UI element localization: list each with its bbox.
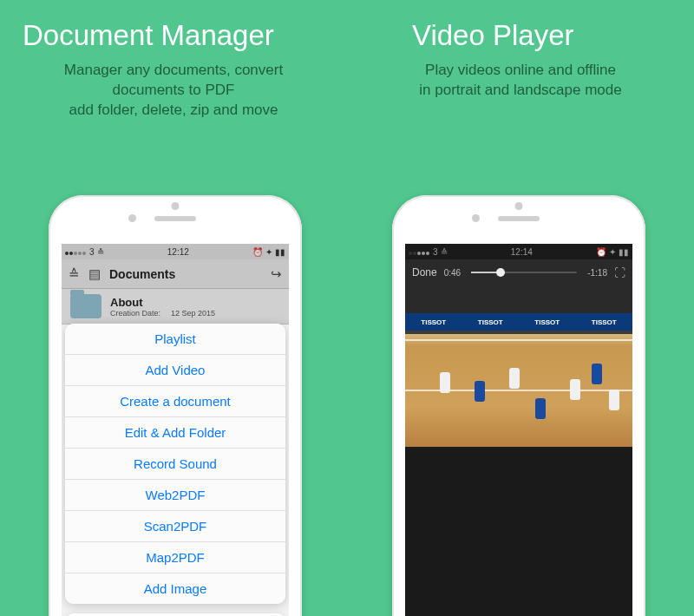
- action-scan2pdf[interactable]: Scan2PDF: [65, 511, 285, 542]
- phone-camera: [128, 214, 136, 222]
- phone-speaker: [154, 216, 196, 221]
- phone-sensor: [515, 202, 523, 210]
- player-figure: [592, 364, 602, 384]
- heading-document-manager: Document Manager: [23, 19, 347, 52]
- time-elapsed: 0:46: [444, 268, 461, 278]
- subtitle-line: documents to PDF: [17, 81, 330, 101]
- heading-video-player: Video Player: [412, 19, 694, 52]
- phone-speaker: [498, 216, 540, 221]
- action-web2pdf[interactable]: Web2PDF: [65, 480, 285, 511]
- ad-text: TISSOT: [478, 318, 503, 326]
- action-edit-add-folder[interactable]: Edit & Add Folder: [65, 417, 285, 449]
- video-top-bar: Done 0:46 -1:18 ⛶: [405, 259, 632, 285]
- court-line: [405, 339, 632, 341]
- video-player: 3 ≙ 12:14 ⏰ ✦ ▮▮ Done 0:46: [405, 244, 632, 616]
- player-figure: [570, 379, 580, 400]
- subtitle-document-manager: Manager any documents, convert documents…: [17, 61, 330, 121]
- action-create-document[interactable]: Create a document: [65, 386, 285, 417]
- signal-dots-icon: [65, 247, 87, 257]
- phone-sensor: [172, 202, 180, 210]
- phone-screen-left: 3 ≙ 12:12 ⏰ ✦ ▮▮ ≙ ▤ Documents ↪: [62, 244, 289, 616]
- player-figure: [475, 381, 485, 402]
- status-time: 12:12: [167, 247, 189, 257]
- action-map2pdf[interactable]: Map2PDF: [65, 542, 285, 573]
- video-frame[interactable]: TISSOT TISSOT TISSOT TISSOT: [405, 285, 632, 447]
- player-figure: [609, 390, 619, 410]
- scrubber[interactable]: [471, 272, 577, 273]
- player-figure: [440, 372, 450, 393]
- action-add-image[interactable]: Add Image: [65, 573, 285, 604]
- status-bar: 3 ≙ 12:12 ⏰ ✦ ▮▮: [62, 244, 289, 259]
- scrubber-thumb-icon[interactable]: [496, 268, 505, 277]
- folder-name: About: [110, 296, 215, 309]
- alarm-icon: ⏰: [596, 247, 606, 257]
- action-add-video[interactable]: Add Video: [65, 355, 285, 386]
- folder-meta-label: Creation Date:: [110, 309, 160, 318]
- share-icon[interactable]: ↪: [271, 266, 282, 282]
- ad-text: TISSOT: [421, 318, 446, 326]
- bluetooth-icon: ✦: [265, 247, 272, 257]
- wifi-icon: ≙: [441, 247, 448, 257]
- folder-row[interactable]: About Creation Date: 12 Sep 2015: [62, 289, 289, 324]
- folder-meta-date: 12 Sep 2015: [171, 309, 215, 318]
- ad-text: TISSOT: [534, 318, 560, 326]
- time-remaining: -1:18: [587, 268, 607, 278]
- battery-icon: ▮▮: [619, 247, 629, 257]
- fullscreen-icon[interactable]: ⛶: [614, 266, 625, 279]
- action-record-sound[interactable]: Record Sound: [65, 449, 285, 480]
- nav-title: Documents: [109, 267, 175, 281]
- phone-screen-right: 3 ≙ 12:14 ⏰ ✦ ▮▮ Done 0:46: [405, 244, 632, 616]
- ad-text: TISSOT: [592, 318, 617, 326]
- crowd-area: [405, 285, 632, 313]
- bluetooth-icon: ✦: [609, 247, 616, 257]
- status-bar: 3 ≙ 12:14 ⏰ ✦ ▮▮: [405, 244, 632, 259]
- nav-bar: ≙ ▤ Documents ↪: [62, 259, 289, 289]
- phone-mockup-left: 3 ≙ 12:12 ⏰ ✦ ▮▮ ≙ ▤ Documents ↪: [49, 195, 302, 616]
- wifi-icon: ≙: [97, 247, 104, 257]
- signal-dots-icon: [409, 247, 430, 257]
- subtitle-line: Play videos online and offline: [364, 61, 677, 81]
- alarm-icon: ⏰: [252, 247, 263, 257]
- subtitle-line: in portrait and landscape mode: [364, 81, 677, 101]
- player-figure: [535, 398, 546, 419]
- carrier-label: 3: [433, 247, 438, 257]
- subtitle-line: Manager any documents, convert: [17, 61, 330, 81]
- subtitle-video-player: Play videos online and offline in portra…: [364, 61, 677, 101]
- battery-icon: ▮▮: [275, 247, 285, 257]
- phone-mockup-right: 3 ≙ 12:14 ⏰ ✦ ▮▮ Done 0:46: [392, 195, 645, 616]
- subtitle-line: add folder, delete, zip and move: [17, 101, 330, 121]
- ad-board: TISSOT TISSOT TISSOT TISSOT: [405, 313, 632, 331]
- done-button[interactable]: Done: [412, 266, 437, 279]
- wifi-nav-icon[interactable]: ≙: [69, 266, 80, 282]
- folder-icon: [70, 294, 101, 318]
- action-playlist[interactable]: Playlist: [65, 324, 285, 355]
- status-time: 12:14: [511, 247, 533, 257]
- action-sheet: Playlist Add Video Create a document Edi…: [65, 324, 285, 604]
- carrier-label: 3: [89, 247, 95, 257]
- display-nav-icon[interactable]: ▤: [88, 266, 101, 282]
- phone-camera: [472, 214, 480, 222]
- player-figure: [509, 368, 520, 389]
